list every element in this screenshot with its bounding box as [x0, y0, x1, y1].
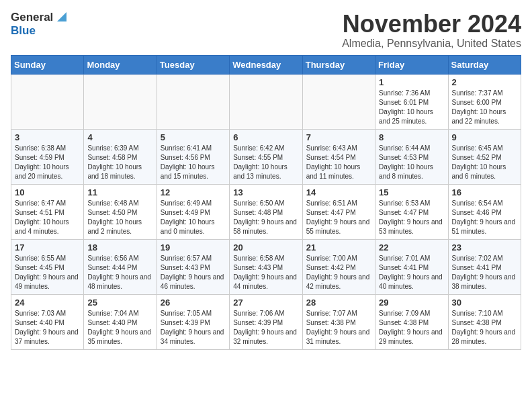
- calendar-cell: 17Sunrise: 6:55 AM Sunset: 4:45 PM Dayli…: [11, 239, 84, 294]
- day-number: 15: [379, 187, 444, 197]
- day-info: Sunrise: 6:45 AM Sunset: 4:52 PM Dayligh…: [452, 144, 517, 181]
- day-number: 13: [233, 187, 298, 197]
- calendar-cell: 19Sunrise: 6:57 AM Sunset: 4:43 PM Dayli…: [157, 239, 229, 294]
- day-info: Sunrise: 7:09 AM Sunset: 4:38 PM Dayligh…: [379, 309, 444, 347]
- calendar-cell: 23Sunrise: 7:02 AM Sunset: 4:41 PM Dayli…: [448, 239, 521, 294]
- location-subtitle: Almedia, Pennsylvania, United States: [342, 38, 521, 50]
- day-number: 9: [452, 132, 517, 142]
- logo: General Blue: [11, 11, 66, 38]
- calendar-cell: 16Sunrise: 6:54 AM Sunset: 4:46 PM Dayli…: [448, 184, 521, 239]
- day-number: 16: [452, 187, 517, 197]
- day-number: 4: [87, 132, 152, 142]
- weekday-header-thursday: Thursday: [302, 55, 375, 74]
- calendar-week-row: 3Sunrise: 6:38 AM Sunset: 4:59 PM Daylig…: [11, 129, 521, 184]
- calendar-cell: 15Sunrise: 6:53 AM Sunset: 4:47 PM Dayli…: [375, 184, 448, 239]
- day-number: 28: [306, 298, 371, 308]
- calendar-cell: [302, 74, 375, 129]
- day-number: 7: [306, 132, 371, 142]
- calendar-cell: 3Sunrise: 6:38 AM Sunset: 4:59 PM Daylig…: [11, 129, 84, 184]
- day-number: 5: [161, 132, 226, 142]
- day-info: Sunrise: 7:02 AM Sunset: 4:41 PM Dayligh…: [452, 254, 517, 291]
- calendar-cell: 12Sunrise: 6:49 AM Sunset: 4:49 PM Dayli…: [157, 184, 229, 239]
- day-info: Sunrise: 6:49 AM Sunset: 4:49 PM Dayligh…: [161, 199, 226, 236]
- day-number: 29: [379, 298, 444, 308]
- month-title: November 2024: [342, 11, 521, 38]
- calendar-cell: 21Sunrise: 7:00 AM Sunset: 4:42 PM Dayli…: [302, 239, 375, 294]
- calendar-week-row: 24Sunrise: 7:03 AM Sunset: 4:40 PM Dayli…: [11, 294, 521, 349]
- logo-icon: [54, 11, 66, 23]
- calendar-cell: 1Sunrise: 7:36 AM Sunset: 6:01 PM Daylig…: [375, 74, 448, 129]
- day-number: 23: [452, 242, 517, 253]
- day-info: Sunrise: 6:56 AM Sunset: 4:44 PM Dayligh…: [87, 254, 152, 291]
- calendar-week-row: 17Sunrise: 6:55 AM Sunset: 4:45 PM Dayli…: [11, 239, 521, 294]
- day-number: 25: [87, 298, 152, 308]
- day-info: Sunrise: 6:43 AM Sunset: 4:54 PM Dayligh…: [306, 144, 371, 181]
- day-info: Sunrise: 7:37 AM Sunset: 6:00 PM Dayligh…: [452, 89, 517, 126]
- calendar-header-row: SundayMondayTuesdayWednesdayThursdayFrid…: [11, 55, 521, 74]
- day-number: 19: [161, 242, 226, 253]
- day-number: 2: [452, 77, 517, 87]
- calendar-cell: 29Sunrise: 7:09 AM Sunset: 4:38 PM Dayli…: [375, 294, 448, 349]
- day-number: 18: [87, 242, 152, 253]
- day-info: Sunrise: 7:03 AM Sunset: 4:40 PM Dayligh…: [15, 309, 80, 347]
- day-number: 21: [306, 242, 371, 253]
- calendar-cell: [230, 74, 302, 129]
- day-info: Sunrise: 6:54 AM Sunset: 4:46 PM Dayligh…: [452, 199, 517, 236]
- day-number: 12: [161, 187, 226, 197]
- calendar-cell: 8Sunrise: 6:44 AM Sunset: 4:53 PM Daylig…: [375, 129, 448, 184]
- weekday-header-sunday: Sunday: [11, 55, 84, 74]
- day-info: Sunrise: 7:06 AM Sunset: 4:39 PM Dayligh…: [233, 309, 298, 347]
- calendar-cell: 28Sunrise: 7:07 AM Sunset: 4:38 PM Dayli…: [302, 294, 375, 349]
- calendar-week-row: 1Sunrise: 7:36 AM Sunset: 6:01 PM Daylig…: [11, 74, 521, 129]
- weekday-header-saturday: Saturday: [448, 55, 521, 74]
- calendar-cell: 14Sunrise: 6:51 AM Sunset: 4:47 PM Dayli…: [302, 184, 375, 239]
- page-header: General Blue November 2024 Almedia, Penn…: [11, 11, 521, 50]
- day-number: 26: [161, 298, 226, 308]
- calendar-week-row: 10Sunrise: 6:47 AM Sunset: 4:51 PM Dayli…: [11, 184, 521, 239]
- day-info: Sunrise: 6:48 AM Sunset: 4:50 PM Dayligh…: [87, 199, 152, 236]
- weekday-header-friday: Friday: [375, 55, 448, 74]
- day-number: 22: [379, 242, 444, 253]
- day-info: Sunrise: 6:38 AM Sunset: 4:59 PM Dayligh…: [15, 144, 80, 181]
- day-info: Sunrise: 6:55 AM Sunset: 4:45 PM Dayligh…: [15, 254, 80, 291]
- day-info: Sunrise: 7:07 AM Sunset: 4:38 PM Dayligh…: [306, 309, 371, 347]
- day-info: Sunrise: 7:01 AM Sunset: 4:41 PM Dayligh…: [379, 254, 444, 291]
- calendar-cell: 9Sunrise: 6:45 AM Sunset: 4:52 PM Daylig…: [448, 129, 521, 184]
- calendar-cell: 4Sunrise: 6:39 AM Sunset: 4:58 PM Daylig…: [84, 129, 157, 184]
- calendar-cell: 11Sunrise: 6:48 AM Sunset: 4:50 PM Dayli…: [84, 184, 157, 239]
- calendar-cell: 26Sunrise: 7:05 AM Sunset: 4:39 PM Dayli…: [157, 294, 229, 349]
- day-number: 24: [15, 298, 80, 308]
- day-number: 8: [379, 132, 444, 142]
- day-info: Sunrise: 6:57 AM Sunset: 4:43 PM Dayligh…: [161, 254, 226, 291]
- day-info: Sunrise: 6:42 AM Sunset: 4:55 PM Dayligh…: [233, 144, 298, 181]
- logo-general-text: General: [11, 11, 53, 24]
- day-info: Sunrise: 6:39 AM Sunset: 4:58 PM Dayligh…: [87, 144, 152, 181]
- day-info: Sunrise: 6:50 AM Sunset: 4:48 PM Dayligh…: [233, 199, 298, 236]
- calendar-cell: 22Sunrise: 7:01 AM Sunset: 4:41 PM Dayli…: [375, 239, 448, 294]
- calendar-cell: 25Sunrise: 7:04 AM Sunset: 4:40 PM Dayli…: [84, 294, 157, 349]
- calendar-cell: 20Sunrise: 6:58 AM Sunset: 4:43 PM Dayli…: [230, 239, 302, 294]
- svg-marker-0: [57, 12, 66, 21]
- day-info: Sunrise: 7:00 AM Sunset: 4:42 PM Dayligh…: [306, 254, 371, 291]
- day-number: 6: [233, 132, 298, 142]
- day-info: Sunrise: 7:36 AM Sunset: 6:01 PM Dayligh…: [379, 89, 444, 126]
- day-number: 11: [87, 187, 152, 197]
- weekday-header-tuesday: Tuesday: [157, 55, 229, 74]
- calendar-cell: [11, 74, 84, 129]
- calendar-cell: 13Sunrise: 6:50 AM Sunset: 4:48 PM Dayli…: [230, 184, 302, 239]
- calendar-cell: 27Sunrise: 7:06 AM Sunset: 4:39 PM Dayli…: [230, 294, 302, 349]
- calendar-cell: 10Sunrise: 6:47 AM Sunset: 4:51 PM Dayli…: [11, 184, 84, 239]
- calendar-cell: 5Sunrise: 6:41 AM Sunset: 4:56 PM Daylig…: [157, 129, 229, 184]
- day-info: Sunrise: 6:47 AM Sunset: 4:51 PM Dayligh…: [15, 199, 80, 236]
- calendar-cell: [157, 74, 229, 129]
- calendar-cell: 24Sunrise: 7:03 AM Sunset: 4:40 PM Dayli…: [11, 294, 84, 349]
- day-number: 10: [15, 187, 80, 197]
- calendar-cell: 18Sunrise: 6:56 AM Sunset: 4:44 PM Dayli…: [84, 239, 157, 294]
- calendar-cell: 2Sunrise: 7:37 AM Sunset: 6:00 PM Daylig…: [448, 74, 521, 129]
- day-info: Sunrise: 6:51 AM Sunset: 4:47 PM Dayligh…: [306, 199, 371, 236]
- day-number: 1: [379, 77, 444, 87]
- day-number: 27: [233, 298, 298, 308]
- day-info: Sunrise: 6:44 AM Sunset: 4:53 PM Dayligh…: [379, 144, 444, 181]
- weekday-header-wednesday: Wednesday: [230, 55, 302, 74]
- day-number: 14: [306, 187, 371, 197]
